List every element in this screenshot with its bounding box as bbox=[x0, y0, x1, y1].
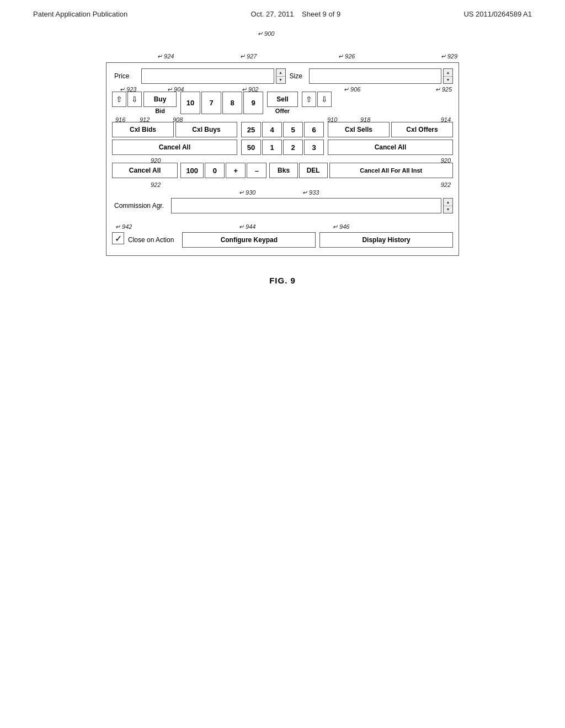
size-spin-up[interactable]: ▲ bbox=[444, 69, 452, 77]
commission-input[interactable] bbox=[171, 198, 441, 213]
left-arrows-group: ⇧ ⇩ bbox=[112, 92, 142, 114]
bottom-cancel-row: Cancel All 100 0 + – Bks DEL Cancel All … bbox=[112, 163, 453, 178]
ref-925-label: ↵ 925 bbox=[435, 86, 452, 93]
configure-keypad-btn[interactable]: Configure Keypad bbox=[182, 232, 316, 248]
bks-del-group: Bks DEL bbox=[269, 163, 327, 178]
commission-spinner[interactable]: ▲ ▼ bbox=[443, 198, 453, 213]
display-history-btn[interactable]: Display History bbox=[319, 232, 453, 248]
commission-spin-down[interactable]: ▼ bbox=[444, 206, 452, 213]
offer-label: Offer bbox=[275, 107, 290, 114]
size-input[interactable] bbox=[309, 68, 442, 84]
right-arrows-group: ⇧ ⇩ bbox=[302, 92, 332, 114]
ref-933-label: ↵ 933 bbox=[302, 189, 319, 196]
numpad-6[interactable]: 6 bbox=[304, 122, 324, 137]
cancel-all-inst-btn[interactable]: Cancel All For All Inst bbox=[329, 163, 454, 178]
buy-sell-row1: ⇧ ⇩ Buy Bid 10 7 8 9 bbox=[112, 92, 453, 114]
ref-946-label: ↵ 946 bbox=[333, 223, 349, 231]
ref-918-label: 918 bbox=[360, 116, 370, 123]
price-input[interactable] bbox=[141, 68, 274, 84]
price-label: Price bbox=[112, 68, 140, 84]
ref-922a-label: 922 bbox=[151, 181, 161, 188]
cxl-sells-btn[interactable]: Cxl Sells bbox=[328, 122, 390, 137]
sell-btn[interactable]: Sell bbox=[267, 92, 298, 107]
numpad-row3: 50 1 2 3 bbox=[241, 140, 324, 155]
numpad-2[interactable]: 2 bbox=[283, 140, 303, 155]
ref-920b-label: 920 bbox=[441, 157, 451, 164]
numpad-0[interactable]: 0 bbox=[205, 163, 225, 178]
ref-912-label: 912 bbox=[140, 116, 150, 123]
bid-label: Bid bbox=[155, 107, 165, 114]
numpad-5[interactable]: 5 bbox=[283, 122, 303, 137]
cxl-buys-btn[interactable]: Cxl Buys bbox=[175, 122, 237, 137]
ref-906-label: ↵ 906 bbox=[344, 86, 360, 93]
numpad-25[interactable]: 25 bbox=[241, 122, 261, 137]
ui-box: ↵ 924 ↵ 927 ↵ 926 ↵ 929 Price ▲ ▼ Size ▲… bbox=[106, 62, 459, 256]
bks-btn[interactable]: Bks bbox=[269, 163, 298, 178]
numpad-row2: 25 4 5 6 bbox=[241, 122, 324, 137]
buy-btn[interactable]: Buy bbox=[143, 92, 177, 107]
del-btn[interactable]: DEL bbox=[299, 163, 328, 178]
numpad-row4: 100 0 + – bbox=[180, 163, 266, 178]
figure-container: ↵ 900 ↵ 924 ↵ 927 ↵ 926 ↵ 929 Price ▲ ▼ … bbox=[95, 40, 470, 285]
ref-920a-label: 920 bbox=[151, 157, 161, 164]
buy-label-group: Buy Bid bbox=[143, 92, 177, 114]
ref-924-label: ↵ 924 bbox=[157, 53, 174, 60]
ref-930-label: ↵ 930 bbox=[239, 189, 255, 196]
buy-down-arrow[interactable]: ⇩ bbox=[127, 92, 142, 107]
ref-926-label: ↵ 926 bbox=[338, 53, 355, 60]
close-on-action-checkbox[interactable]: ✓ bbox=[112, 232, 124, 244]
ref-923-label: ↵ 923 bbox=[120, 86, 136, 93]
cancel-all-right-btn[interactable]: Cancel All bbox=[328, 140, 453, 155]
size-spin-down[interactable]: ▼ bbox=[444, 77, 452, 84]
size-label: Size bbox=[287, 68, 307, 84]
numpad-50[interactable]: 50 bbox=[241, 140, 261, 155]
numpad-1[interactable]: 1 bbox=[262, 140, 282, 155]
cancel-all-left-btn[interactable]: Cancel All bbox=[112, 140, 237, 155]
ref-910-label: 910 bbox=[327, 116, 337, 123]
numpad-minus[interactable]: – bbox=[247, 163, 266, 178]
main-content: ↵ 900 ↵ 924 ↵ 927 ↵ 926 ↵ 929 Price ▲ ▼ … bbox=[0, 24, 565, 285]
commission-row: Commission Agr. ▲ ▼ bbox=[112, 198, 453, 213]
ref-916-label: 916 bbox=[115, 116, 125, 123]
header-right: US 2011/0264589 A1 bbox=[463, 10, 532, 18]
cxl-row: Cxl Bids Cxl Buys 25 4 5 6 Cxl Sells Cxl… bbox=[112, 122, 453, 137]
ref-914-label: 914 bbox=[441, 116, 451, 123]
sell-up-arrow[interactable]: ⇧ bbox=[302, 92, 316, 107]
numpad-8[interactable]: 8 bbox=[222, 92, 242, 114]
size-spinner[interactable]: ▲ ▼ bbox=[443, 68, 453, 84]
header-center: Oct. 27, 2011 Sheet 9 of 9 bbox=[251, 10, 341, 18]
ref-902-label: ↵ 902 bbox=[242, 86, 258, 93]
bottom-row: ✓ Close on Action Configure Keypad Displ… bbox=[112, 232, 453, 248]
numpad-4[interactable]: 4 bbox=[262, 122, 282, 137]
ref-908-label: 908 bbox=[173, 116, 183, 123]
numpad-plus[interactable]: + bbox=[226, 163, 246, 178]
price-spinner[interactable]: ▲ ▼ bbox=[276, 68, 286, 84]
commission-label: Commission Agr. bbox=[112, 198, 166, 213]
numpad-10[interactable]: 10 bbox=[180, 92, 200, 114]
numpad-100[interactable]: 100 bbox=[180, 163, 204, 178]
sell-label-group: Sell Offer bbox=[267, 92, 298, 114]
header-left: Patent Application Publication bbox=[33, 10, 127, 18]
ref-927-label: ↵ 927 bbox=[240, 53, 257, 60]
ref-900: ↵ 900 bbox=[258, 30, 274, 38]
patent-header: Patent Application Publication Oct. 27, … bbox=[0, 0, 565, 24]
numpad-7[interactable]: 7 bbox=[201, 92, 221, 114]
numpad-row1: 10 7 8 9 bbox=[180, 92, 263, 114]
numpad-9[interactable]: 9 bbox=[243, 92, 263, 114]
ref-942-label: ↵ 942 bbox=[115, 223, 132, 231]
cancel-all-bottom-btn[interactable]: Cancel All bbox=[112, 163, 178, 178]
commission-spin-up[interactable]: ▲ bbox=[444, 199, 452, 206]
buy-up-arrow[interactable]: ⇧ bbox=[112, 92, 126, 107]
left-arrows-top: ⇧ ⇩ bbox=[112, 92, 142, 107]
price-size-row: Price ▲ ▼ Size ▲ ▼ bbox=[112, 68, 453, 84]
sell-down-arrow[interactable]: ⇩ bbox=[317, 92, 332, 107]
price-spin-up[interactable]: ▲ bbox=[276, 69, 285, 77]
numpad-3[interactable]: 3 bbox=[304, 140, 324, 155]
close-on-action-label: Close on Action bbox=[126, 232, 176, 248]
cancel-all-row1: Cancel All 50 1 2 3 Cancel All bbox=[112, 140, 453, 155]
cxl-bids-btn[interactable]: Cxl Bids bbox=[112, 122, 174, 137]
ref-929-label: ↵ 929 bbox=[441, 53, 457, 60]
ref-922b-label: 922 bbox=[441, 181, 451, 188]
cxl-offers-btn[interactable]: Cxl Offers bbox=[391, 122, 453, 137]
price-spin-down[interactable]: ▼ bbox=[276, 77, 285, 84]
